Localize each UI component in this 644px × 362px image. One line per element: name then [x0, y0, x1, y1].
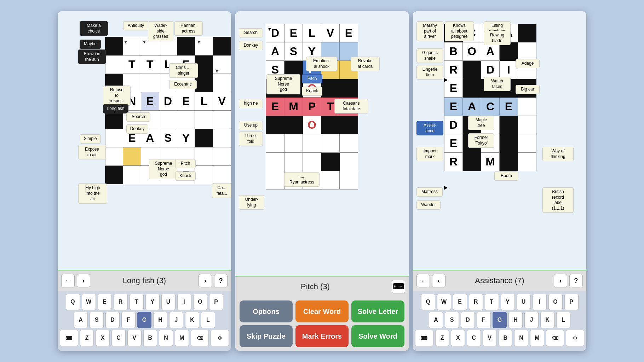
- left-kb-row-3: ⌨ Z X C V B N M ⌫ ⚙: [60, 330, 229, 346]
- key-a-right[interactable]: A: [429, 312, 443, 328]
- key-r-right[interactable]: R: [469, 294, 483, 310]
- key-del-right[interactable]: ⌫: [546, 330, 564, 346]
- left-nav-buttons[interactable]: ← ‹: [61, 274, 90, 287]
- right-help-btn[interactable]: ?: [569, 274, 583, 287]
- key-i-right[interactable]: I: [533, 294, 547, 310]
- key-u-right[interactable]: U: [517, 294, 531, 310]
- key-e-right[interactable]: E: [453, 294, 467, 310]
- clue-knows-pedigree: Knowsall aboutpedigree: [445, 21, 474, 41]
- key-v-right[interactable]: V: [483, 330, 497, 346]
- key-h-left[interactable]: H: [153, 312, 167, 328]
- key-p-left[interactable]: P: [209, 294, 223, 310]
- key-u-left[interactable]: U: [161, 294, 176, 310]
- left-panel: Make achoice Maybe Brown inthe sun Antiq…: [58, 11, 231, 351]
- right-next-btn[interactable]: ›: [554, 274, 567, 287]
- solve-word-button[interactable]: Solve Word: [351, 325, 404, 347]
- key-m-right[interactable]: M: [530, 330, 544, 346]
- key-y-right[interactable]: Y: [501, 294, 515, 310]
- middle-action-area: Options Clear Word Solve Letter Skip Puz…: [235, 297, 409, 351]
- key-i-left[interactable]: I: [177, 294, 191, 310]
- left-prev-btn[interactable]: ‹: [77, 274, 90, 287]
- right-grid-area: Marshypart ofa river Knowsall aboutpedig…: [413, 11, 586, 270]
- key-m-left[interactable]: M: [175, 330, 189, 346]
- key-q-right[interactable]: Q: [421, 294, 435, 310]
- left-forward-buttons[interactable]: › ?: [199, 274, 228, 287]
- key-kb-left[interactable]: ⌨: [60, 330, 78, 346]
- key-kb-right[interactable]: ⌨: [415, 330, 433, 346]
- key-f-left[interactable]: F: [121, 312, 136, 328]
- key-o-left[interactable]: O: [193, 294, 207, 310]
- key-s-left[interactable]: S: [90, 312, 104, 328]
- key-d-right[interactable]: D: [461, 312, 475, 328]
- right-kb-row-3: ⌨ Z X C V B N M ⌫ ⚙: [415, 330, 584, 346]
- key-b-left[interactable]: B: [143, 330, 157, 346]
- key-n-left[interactable]: N: [159, 330, 173, 346]
- clear-word-button[interactable]: Clear Word: [295, 300, 349, 322]
- key-g-left[interactable]: G: [137, 312, 151, 328]
- skip-puzzle-button[interactable]: Skip Puzzle: [240, 325, 293, 347]
- key-t-right[interactable]: T: [485, 294, 499, 310]
- right-nav-buttons[interactable]: ← ‹: [416, 274, 445, 287]
- clue-emotional-mid: Emotion-al shock: [306, 57, 337, 71]
- key-j-left[interactable]: J: [169, 312, 183, 328]
- key-w-left[interactable]: W: [82, 294, 96, 310]
- key-settings-left[interactable]: ⚙: [211, 330, 229, 346]
- key-del-left[interactable]: ⌫: [191, 330, 209, 346]
- clue-way-thinking: Way ofthinking: [542, 147, 574, 161]
- solve-letter-button[interactable]: Solve Letter: [351, 300, 404, 322]
- key-f-right[interactable]: F: [477, 312, 491, 328]
- left-back-btn[interactable]: ←: [61, 274, 75, 287]
- left-grid-area: Make achoice Maybe Brown inthe sun Antiq…: [58, 11, 231, 270]
- key-e-left[interactable]: E: [98, 294, 112, 310]
- mid-grid-wrapper: Search Donkey high ne Use up Three-fold …: [235, 11, 409, 276]
- middle-clue-bar: Pitch (3) ⌨: [235, 276, 409, 297]
- clue-revoke-mid: Revokeat cards: [351, 57, 380, 71]
- key-l-left[interactable]: L: [201, 312, 215, 328]
- left-help-btn[interactable]: ?: [214, 274, 228, 287]
- key-k-right[interactable]: K: [540, 312, 554, 328]
- key-z-left[interactable]: Z: [80, 330, 94, 346]
- clue-highne-mid: high ne: [239, 99, 263, 108]
- key-h-right[interactable]: H: [508, 312, 523, 328]
- key-s-right[interactable]: S: [445, 312, 459, 328]
- clue-wander: Wander: [416, 200, 441, 210]
- clue-donkey-mid: Donkey: [239, 41, 263, 50]
- right-prev-btn[interactable]: ‹: [432, 274, 445, 287]
- mark-errors-button[interactable]: Mark Errors: [295, 325, 349, 347]
- key-j-right[interactable]: J: [524, 312, 539, 328]
- left-kb-row-1: Q W E R T Y U I O P: [60, 294, 229, 310]
- right-keyboard: Q W E R T Y U I O P A S D F G H J K L ⌨ …: [413, 291, 586, 351]
- clue-waterside: Water-sidegrasses: [148, 21, 173, 41]
- key-p-right[interactable]: P: [564, 294, 579, 310]
- key-n-right[interactable]: N: [514, 330, 528, 346]
- key-o-right[interactable]: O: [548, 294, 563, 310]
- clue-british-label: Britishrecordlabel(1,1,1): [542, 187, 574, 213]
- right-kb-row-2: A S D F G H J K L: [415, 312, 584, 328]
- key-a-left[interactable]: A: [74, 312, 88, 328]
- clue-donkey: Donkey: [126, 124, 148, 134]
- key-b-right[interactable]: B: [499, 330, 513, 346]
- options-button[interactable]: Options: [240, 300, 293, 322]
- mid-keyboard-btn[interactable]: ⌨: [392, 280, 405, 293]
- key-g-right[interactable]: G: [493, 312, 507, 328]
- clue-underlying-mid: Under-lying: [239, 195, 264, 210]
- key-x-left[interactable]: X: [96, 330, 110, 346]
- key-q-left[interactable]: Q: [66, 294, 80, 310]
- key-l-right[interactable]: L: [556, 312, 570, 328]
- key-t-left[interactable]: T: [130, 294, 144, 310]
- key-v-left[interactable]: V: [127, 330, 142, 346]
- key-w-right[interactable]: W: [437, 294, 451, 310]
- key-r-left[interactable]: R: [114, 294, 128, 310]
- key-c-right[interactable]: C: [467, 330, 481, 346]
- key-x-right[interactable]: X: [451, 330, 465, 346]
- key-d-left[interactable]: D: [105, 312, 120, 328]
- right-forward-buttons[interactable]: › ?: [554, 274, 583, 287]
- key-z-right[interactable]: Z: [435, 330, 449, 346]
- clue-caesar-mid: Caesar'sfatal date: [334, 99, 368, 113]
- right-back-btn[interactable]: ←: [416, 274, 430, 287]
- key-c-left[interactable]: C: [111, 330, 126, 346]
- left-next-btn[interactable]: ›: [199, 274, 212, 287]
- key-y-left[interactable]: Y: [145, 294, 160, 310]
- key-k-left[interactable]: K: [185, 312, 199, 328]
- key-settings-right[interactable]: ⚙: [566, 330, 584, 346]
